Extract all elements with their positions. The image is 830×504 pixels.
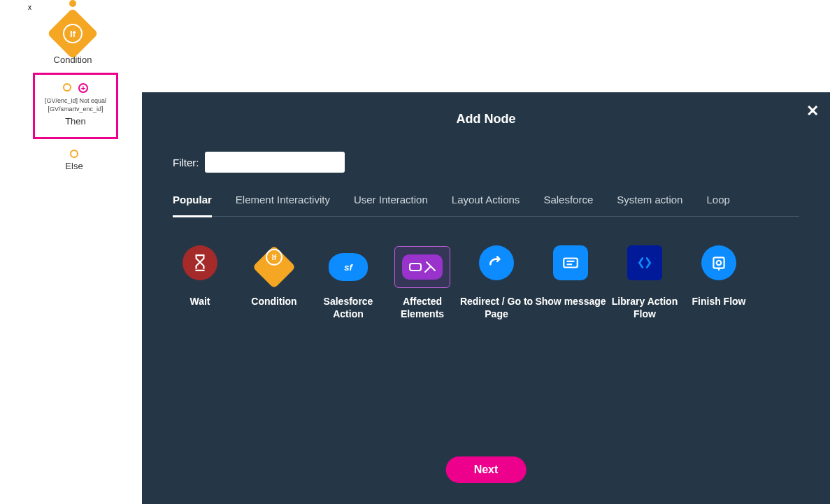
flow-node-condition[interactable]: If (55, 15, 91, 52)
finish-icon (701, 245, 736, 280)
tab-user-interaction[interactable]: User Interaction (354, 194, 428, 216)
flow-connector-dot (69, 0, 76, 7)
filter-input[interactable] (205, 152, 345, 173)
node-show-message[interactable]: Show message (534, 246, 608, 320)
node-label: Salesforce Action (311, 295, 385, 320)
add-node-icon[interactable]: + (78, 83, 88, 93)
condition-icon: If (252, 245, 296, 289)
tabs: Popular Element Interactivity User Inter… (173, 194, 799, 217)
node-finish-flow[interactable]: Finish Flow (682, 246, 756, 320)
message-icon (553, 245, 588, 280)
condition-glyph: If (63, 24, 83, 43)
flow-condition-label: Condition (0, 55, 145, 65)
node-label: Show message (534, 295, 608, 308)
tab-loop[interactable]: Loop (706, 194, 729, 216)
then-expression: [GV/enc_id] Not equal [GV/smartv_enc_id] (35, 97, 116, 113)
node-label: Finish Flow (682, 295, 756, 308)
svg-rect-1 (564, 259, 578, 268)
svg-rect-4 (713, 257, 724, 268)
node-label: Wait (163, 295, 237, 308)
flow-close-x[interactable]: x (28, 3, 31, 11)
tab-element-interactivity[interactable]: Element Interactivity (236, 194, 330, 216)
flow-branch-then[interactable]: + [GV/enc_id] Not equal [GV/smartv_enc_i… (33, 73, 118, 139)
elements-icon (402, 254, 443, 280)
close-button[interactable]: ✕ (806, 102, 819, 120)
svg-rect-0 (410, 264, 421, 271)
wait-icon (183, 245, 217, 280)
tab-popular[interactable]: Popular (173, 194, 212, 217)
then-label: Then (35, 116, 116, 127)
node-library-action-flow[interactable]: Library Action Flow (608, 246, 682, 320)
cloud-icon: sf (329, 253, 368, 281)
node-grid: Wait If Condition sf Salesforce Action A… (163, 246, 809, 320)
tab-salesforce[interactable]: Salesforce (543, 194, 593, 216)
modal-title: Add Node (142, 92, 830, 127)
node-salesforce-action[interactable]: sf Salesforce Action (311, 246, 385, 320)
library-icon (627, 245, 662, 280)
filter-row: Filter: (173, 152, 830, 173)
else-hollow-connector[interactable] (70, 150, 78, 158)
then-controls: + (35, 83, 116, 93)
node-affected-elements[interactable]: Affected Elements (385, 246, 459, 320)
else-label: Else (0, 161, 148, 171)
filter-label: Filter: (173, 157, 199, 168)
add-node-modal: ✕ Add Node Filter: Popular Element Inter… (142, 92, 830, 504)
node-redirect[interactable]: Redirect / Go to Page (459, 246, 534, 320)
node-wait[interactable]: Wait (163, 246, 237, 320)
node-condition[interactable]: If Condition (237, 246, 311, 320)
node-label: Affected Elements (385, 295, 459, 320)
svg-point-5 (717, 261, 722, 266)
node-label: Condition (237, 295, 311, 308)
then-hollow-connector[interactable] (63, 83, 71, 92)
tab-layout-actions[interactable]: Layout Actions (452, 194, 520, 216)
node-label: Library Action Flow (608, 295, 682, 320)
node-label: Redirect / Go to Page (459, 295, 534, 320)
tab-system-action[interactable]: System action (617, 194, 682, 216)
diamond-icon: If (47, 8, 99, 59)
redirect-icon (479, 245, 514, 280)
next-button[interactable]: Next (446, 456, 527, 483)
